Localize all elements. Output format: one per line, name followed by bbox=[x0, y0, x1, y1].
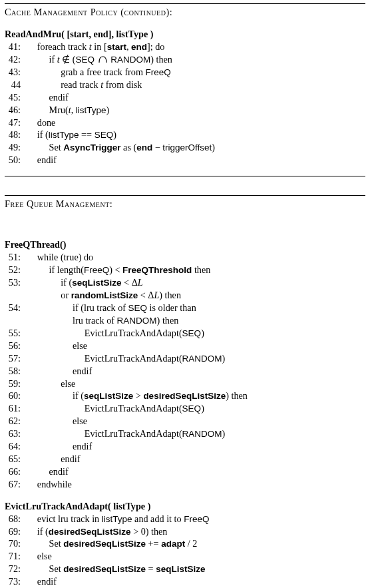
code-line: 50: endif bbox=[5, 154, 365, 166]
code-line: 46: Mru(t, listType) bbox=[5, 104, 365, 117]
code-line: 43: grab a free track from FreeQ bbox=[5, 66, 365, 79]
code-block-freeqthread: 51: while (true) do52: if length(FreeQ) … bbox=[5, 251, 365, 490]
func-evictlru: EvictLruTrackAndAdapt( listType ) bbox=[5, 500, 365, 513]
code-line: 69: if (desiredSeqListSize > 0) then bbox=[5, 525, 365, 538]
code-line: 47: done bbox=[5, 117, 365, 129]
code-line: 53: if (seqListSize < ΔL bbox=[5, 276, 365, 289]
code-line: 65: endif bbox=[5, 453, 365, 465]
code-line: 45: endif bbox=[5, 91, 365, 104]
code-line: 64: endif bbox=[5, 440, 365, 453]
section-title-freeq: Free Queue Management: bbox=[5, 198, 365, 210]
code-line: 42: if t ∉ (SEQ RANDOM) then bbox=[5, 53, 365, 66]
code-line: 63: EvictLruTrackAndAdapt(RANDOM) bbox=[5, 428, 365, 440]
code-line: 68: evict lru track in listType and add … bbox=[5, 513, 365, 525]
code-line: 51: while (true) do bbox=[5, 251, 365, 264]
code-block-evictlru: 68: evict lru track in listType and add … bbox=[5, 513, 365, 588]
code-line: 41: foreach track t in [start, end]; do bbox=[5, 41, 365, 53]
code-line: 55: EvictLruTrackAndAdapt(SEQ) bbox=[5, 327, 365, 340]
code-line: 73: endif bbox=[5, 575, 365, 588]
code-line: 58: endif bbox=[5, 365, 365, 378]
code-line: 49: Set AsyncTrigger as (end − triggerOf… bbox=[5, 141, 365, 154]
code-line: 52: if length(FreeQ) < FreeQThreshold th… bbox=[5, 264, 365, 276]
code-line: 59: else bbox=[5, 378, 365, 390]
code-line: 44 read track t from disk bbox=[5, 79, 365, 91]
section-title-cache: Cache Management Policy (continued): bbox=[5, 6, 365, 19]
code-line: 71: else bbox=[5, 550, 365, 563]
code-line: or randomListSize < ΔL) then bbox=[5, 289, 365, 302]
code-line: 57: EvictLruTrackAndAdapt(RANDOM) bbox=[5, 352, 365, 365]
code-line: 67: endwhile bbox=[5, 478, 365, 491]
code-line: 60: if (seqListSize > desiredSeqListSize… bbox=[5, 390, 365, 402]
code-line: 70: Set desiredSeqListSize += adapt / 2 bbox=[5, 537, 365, 550]
code-line: 61: EvictLruTrackAndAdapt(SEQ) bbox=[5, 402, 365, 415]
code-line: 56: else bbox=[5, 340, 365, 352]
func-freeqthread: FreeQThread() bbox=[5, 238, 365, 251]
code-line: 66: endif bbox=[5, 465, 365, 478]
code-line: 72: Set desiredSeqListSize = seqListSize bbox=[5, 563, 365, 575]
func-readandmru: ReadAndMru( [start, end], listType ) bbox=[5, 28, 365, 41]
code-line: 54: if (lru track of SEQ is older than bbox=[5, 302, 365, 314]
code-line: lru track of RANDOM) then bbox=[5, 314, 365, 327]
code-line: 62: else bbox=[5, 415, 365, 428]
code-block-readandmru: 41: foreach track t in [start, end]; do4… bbox=[5, 41, 365, 166]
code-line: 48: if (listType == SEQ) bbox=[5, 129, 365, 141]
